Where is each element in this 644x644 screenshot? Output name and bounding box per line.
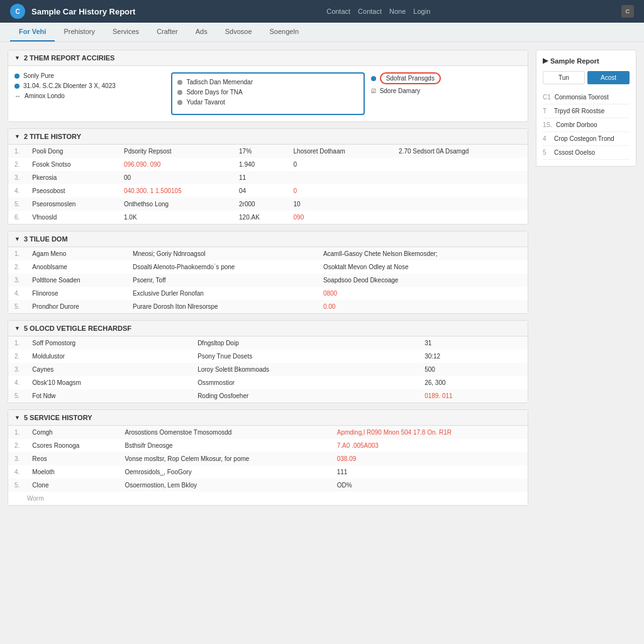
- table-cell: 040.300. 1 1.500105: [118, 184, 233, 197]
- content-area: ▼ 2 THEM REPORT ACCIRIES Sonly Pure 31.0…: [8, 50, 528, 512]
- table-cell: 500: [418, 363, 528, 376]
- table-row: 1.Agam MenoMneosi; Goriy NdnroagsolAcaml…: [8, 247, 528, 260]
- table-cell: Prondhor Durore: [26, 300, 126, 313]
- service-history-content: 1.ComghArosostions Oomenstoe TmosomosddA…: [8, 426, 528, 505]
- table-row: 5.Fot NdwRoding Oosfoeher0189. 011: [8, 389, 528, 402]
- list-item[interactable]: TTrpyd 6R Roostse: [543, 104, 630, 118]
- table-cell: Arosostions Oomenstoe Tmosomosdd: [118, 426, 330, 439]
- report-accuries-body: Sonly Pure 31.04. S.C.2k Dloenter 3 X, 4…: [8, 66, 528, 121]
- table-cell: Onthethso Long: [118, 197, 233, 211]
- dot-icon: [177, 100, 182, 105]
- title-dom-table: 1.Agam MenoMneosi; Goriy NdnroagsolAcaml…: [8, 247, 528, 313]
- list-item[interactable]: 1S.Combr Dorboo: [543, 118, 630, 132]
- table-cell: Pkerosia: [26, 171, 118, 184]
- report-col1-item3: ↔ Aminox Londo: [14, 92, 165, 99]
- report-col2-highlighted: Tadisch Dan Memendar Sdore Days for TNA …: [171, 72, 364, 115]
- service-history-section: ▼ 5 SERVICE HISTORY 1.ComghArosostions O…: [8, 409, 528, 506]
- table-cell: 3.: [8, 274, 26, 287]
- nav-contact1[interactable]: Contact: [326, 8, 350, 15]
- tab-prehistory[interactable]: Prehistory: [55, 23, 104, 42]
- table-row: 3.CaynesLoroy Soletit Bkommoads500: [8, 363, 528, 376]
- table-cell: 090: [287, 211, 393, 224]
- table-row: 6.Vfnoosld1.0K120.AK090: [8, 211, 528, 224]
- title-history-section: ▼ 2 TITLE HISTORY 1.Pooli DongPdsority R…: [8, 128, 528, 225]
- table-cell: OD%: [331, 479, 528, 492]
- arrow-icon: ▼: [14, 55, 20, 61]
- table-cell: Dfngsltop Doip: [191, 336, 418, 350]
- list-item[interactable]: C1Conmonsia Toorost: [543, 91, 630, 104]
- table-cell: Roding Oosfoeher: [191, 389, 418, 402]
- table-row-note: Worm: [8, 492, 528, 505]
- tab-sdvosoe[interactable]: Sdvosoe: [216, 23, 261, 42]
- table-cell: 5.: [8, 300, 26, 313]
- nav-login[interactable]: Login: [413, 8, 430, 15]
- table-cell: Psony Tnue Dosets: [191, 350, 418, 363]
- table-row: 1.Pooli DongPdsority Repsost17%Lhosoret …: [8, 145, 528, 158]
- report-col3: Sdofrat Pransgds ☑ Sdore Damary: [371, 72, 521, 115]
- table-row: 5.PseorosmoslenOnthethso Long2r00010: [8, 197, 528, 211]
- arrow-icon: ▼: [14, 236, 20, 242]
- sidebar-item-label: Combr Dorboo: [556, 121, 597, 128]
- table-cell: 00: [118, 171, 233, 184]
- list-item[interactable]: 5Cssost Ooelso: [543, 146, 630, 160]
- table-cell: Oemrosidols_, FooGory: [118, 465, 330, 479]
- table-cell: 11: [233, 171, 287, 184]
- report-col2-item1: Tadisch Dan Memendar: [177, 79, 358, 86]
- app-logo: C: [10, 4, 25, 19]
- sidebar-item-num: C1: [543, 94, 551, 101]
- table-cell: Ossmmostior: [191, 376, 418, 389]
- tab-ads[interactable]: Ads: [187, 23, 216, 42]
- title-history-table: 1.Pooli DongPdsority Repsost17%Lhosoret …: [8, 145, 528, 224]
- tab-for-vehi[interactable]: For Vehi: [10, 23, 55, 42]
- table-cell: Dsoalti Alenoto-Phaokoemdo`s pone: [126, 260, 317, 274]
- report-col3-item2: ☑ Sdore Damary: [371, 87, 521, 94]
- table-cell: Pseorosmoslen: [26, 197, 118, 211]
- title-history-header: ▼ 2 TITLE HISTORY: [8, 129, 528, 145]
- sidebar-title: ▶ Sample Report: [543, 57, 630, 65]
- title-dom-title: 3 TILUE DOM: [24, 235, 68, 243]
- table-cell: 038.09: [331, 452, 528, 465]
- service-history-table: 1.ComghArosostions Oomenstoe TmosomosddA…: [8, 426, 528, 505]
- table-cell: Loroy Soletit Bkommoads: [191, 363, 418, 376]
- sidebar-tab-tun[interactable]: Tun: [543, 71, 585, 84]
- checkbox-icon: ☑: [371, 88, 376, 94]
- table-cell: Soapdsoo Deod Dkecoage: [317, 274, 528, 287]
- main-layout: ▼ 2 THEM REPORT ACCIRIES Sonly Pure 31.0…: [0, 42, 644, 519]
- table-cell: 4.: [8, 184, 26, 197]
- header-user-icon[interactable]: C: [621, 5, 634, 18]
- table-cell: [392, 171, 528, 184]
- report-accuries-section: ▼ 2 THEM REPORT ACCIRIES Sonly Pure 31.0…: [8, 50, 528, 122]
- table-cell: 1.: [8, 426, 26, 439]
- table-cell: Bsthsifr Dneosge: [118, 439, 330, 452]
- app-header: C Sample Car History Report Contact Cont…: [0, 0, 644, 23]
- table-cell: Poltltone Soaden: [26, 274, 126, 287]
- arrow-icon: ▼: [14, 414, 20, 421]
- olocd-vehicle-table: 1.Soff PomostorgDfngsltop Doip312.Moldul…: [8, 336, 528, 402]
- sidebar-item-label: Trpyd 6R Roostse: [554, 108, 604, 114]
- table-cell: Pooli Dong: [26, 145, 118, 158]
- table-cell: [287, 171, 393, 184]
- tab-soengeln[interactable]: Soengeln: [261, 23, 308, 42]
- nav-contact2[interactable]: Contact: [358, 8, 382, 15]
- sidebar-item-label: Crop Costegon Trond: [554, 135, 614, 142]
- report-accuries-title: 2 THEM REPORT ACCIRIES: [24, 54, 114, 62]
- table-cell: 0189. 011: [418, 389, 528, 402]
- table-row: 2.AnooblsameDsoalti Alenoto-Phaokoemdo`s…: [8, 260, 528, 274]
- nav-none[interactable]: None: [389, 8, 406, 15]
- table-row: 2.Fosok Snotso096.090. 0901.9400: [8, 158, 528, 171]
- table-cell: 1.: [8, 145, 26, 158]
- table-cell: 111: [331, 465, 528, 479]
- title-history-title: 2 TITLE HISTORY: [24, 133, 81, 140]
- sidebar: ▶ Sample Report Tun Acost C1Conmonsia To…: [536, 50, 636, 512]
- tab-services[interactable]: Services: [104, 23, 148, 42]
- tab-crafter[interactable]: Crafter: [148, 23, 187, 42]
- list-item[interactable]: 4Crop Costegon Trond: [543, 132, 630, 146]
- table-cell: 2.: [8, 260, 26, 274]
- sidebar-tab-acost[interactable]: Acost: [587, 71, 630, 84]
- sidebar-section: ▶ Sample Report Tun Acost C1Conmonsia To…: [536, 50, 636, 167]
- arrow-icon: ▶: [543, 57, 548, 65]
- dot-icon: [14, 84, 19, 89]
- table-cell: 1.940: [233, 158, 287, 171]
- table-cell: Comgh: [26, 426, 118, 439]
- sidebar-item-label: Conmonsia Toorost: [555, 94, 609, 101]
